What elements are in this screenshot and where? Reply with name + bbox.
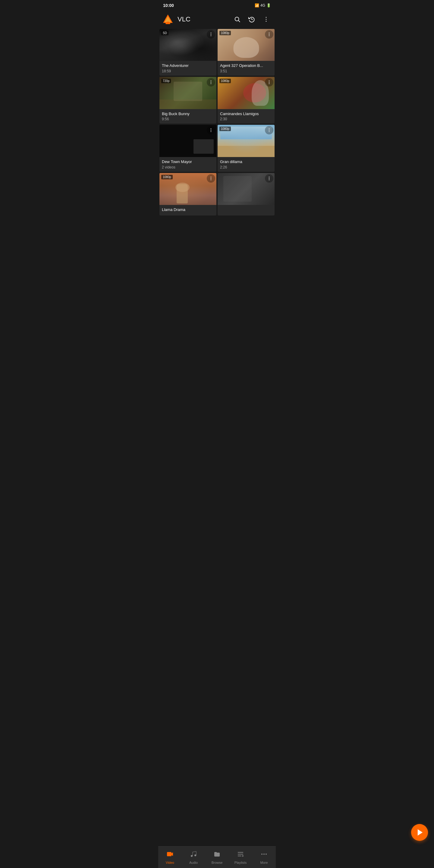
- svg-point-9: [211, 33, 211, 33]
- wifi-icon: 📶: [255, 3, 259, 7]
- history-button[interactable]: [246, 13, 258, 25]
- svg-point-4: [235, 17, 239, 21]
- nav-item-audio[interactable]: Audio: [182, 846, 205, 868]
- svg-point-23: [211, 131, 211, 132]
- svg-point-13: [269, 34, 270, 35]
- video-info-agent327: Agent 327 Operation B... 3:51: [218, 61, 275, 76]
- nav-item-browse[interactable]: Browse: [205, 846, 229, 868]
- video-info-caminandes: Caminandes Llamigos 2:30: [218, 109, 275, 124]
- video-info-bigbuckbunny: Big Buck Bunny 9:56: [159, 109, 216, 124]
- svg-point-14: [269, 35, 270, 36]
- nav-icon-browse: [213, 850, 221, 860]
- svg-point-6: [266, 17, 267, 18]
- svg-point-8: [266, 21, 267, 22]
- app-bar-actions: [231, 13, 272, 25]
- nav-label-playlists: Playlists: [235, 861, 247, 864]
- video-thumbnail-agent327: 1080p: [218, 29, 275, 61]
- nav-item-playlists[interactable]: Playlists: [229, 846, 252, 868]
- video-info-dewtown: Dew Town Mayor 2 videos: [159, 157, 216, 172]
- svg-point-42: [261, 854, 262, 855]
- video-badge-llama: 1080p: [161, 175, 173, 179]
- svg-point-7: [266, 19, 267, 20]
- video-card-unknown[interactable]: [218, 173, 275, 216]
- video-more-adventurer[interactable]: [207, 30, 215, 38]
- video-thumbnail-grandillama: 1080p: [218, 125, 275, 157]
- video-card-adventurer[interactable]: SD The Adventurer 18:59: [159, 29, 216, 76]
- nav-label-audio: Audio: [189, 861, 198, 864]
- svg-point-32: [269, 179, 270, 180]
- svg-point-43: [264, 854, 265, 855]
- video-meta-dewtown: 2 videos: [162, 165, 214, 169]
- video-card-agent327[interactable]: 1080p Agent 327 Operation B... 3:51: [218, 29, 275, 76]
- svg-point-16: [211, 82, 211, 83]
- video-title-dewtown: Dew Town Mayor: [162, 159, 214, 164]
- video-meta-grandillama: 2:26: [220, 165, 272, 169]
- svg-point-19: [269, 82, 270, 83]
- nav-item-more[interactable]: More: [252, 846, 276, 868]
- signal-label: 4G: [260, 3, 265, 7]
- svg-point-26: [269, 131, 270, 132]
- video-meta-adventurer: 18:59: [162, 69, 214, 73]
- svg-point-17: [211, 84, 211, 84]
- svg-point-30: [269, 177, 270, 177]
- video-more-grandillama[interactable]: [265, 126, 273, 134]
- nav-icon-video: [166, 850, 174, 860]
- video-info-unknown: [218, 205, 275, 210]
- video-badge-bigbuckbunny: 720p: [161, 79, 171, 83]
- nav-icon-more: [260, 850, 268, 860]
- video-more-agent327[interactable]: [265, 30, 273, 38]
- video-meta-bigbuckbunny: 9:56: [162, 117, 214, 121]
- video-more-caminandes[interactable]: [265, 78, 273, 87]
- video-card-grandillama[interactable]: 1080p Gran dillama 2:26: [218, 125, 275, 172]
- video-info-grandillama: Gran dillama 2:26: [218, 157, 275, 172]
- svg-point-24: [269, 129, 270, 129]
- svg-line-5: [239, 21, 240, 22]
- svg-rect-3: [165, 23, 170, 24]
- svg-point-37: [194, 855, 196, 856]
- video-badge-caminandes: 1080p: [219, 79, 231, 83]
- video-more-llama[interactable]: [207, 174, 215, 183]
- video-info-adventurer: The Adventurer 18:59: [159, 61, 216, 76]
- svg-point-15: [211, 81, 211, 81]
- svg-point-11: [211, 35, 211, 36]
- video-more-bigbuckbunny[interactable]: [207, 78, 215, 87]
- svg-marker-35: [172, 852, 173, 856]
- video-more-unknown[interactable]: [265, 174, 273, 183]
- svg-point-27: [211, 177, 211, 177]
- search-button[interactable]: [231, 13, 243, 25]
- video-title-bigbuckbunny: Big Buck Bunny: [162, 112, 214, 117]
- video-title-caminandes: Caminandes Llamigos: [220, 112, 272, 117]
- video-card-bigbuckbunny[interactable]: 720p Big Buck Bunny 9:56: [159, 77, 216, 124]
- status-bar: 10:00 📶 4G 🔋: [158, 0, 276, 11]
- nav-icon-playlists: [237, 850, 244, 860]
- video-badge-adventurer: SD: [161, 31, 168, 35]
- video-card-llama[interactable]: 1080p Llama Drama: [159, 173, 216, 216]
- vlc-logo: [162, 13, 174, 25]
- video-badge-grandillama: 1080p: [219, 127, 231, 131]
- nav-item-video[interactable]: Video: [158, 846, 182, 868]
- video-title-llama: Llama Drama: [162, 207, 214, 213]
- video-badge-agent327: 1080p: [219, 31, 231, 35]
- video-thumbnail-llama: 1080p: [159, 173, 216, 205]
- video-thumbnail-dewtown: [159, 125, 216, 157]
- svg-point-25: [269, 130, 270, 130]
- overflow-menu-button[interactable]: [260, 13, 272, 25]
- svg-point-10: [211, 34, 211, 35]
- svg-point-21: [211, 129, 211, 129]
- video-card-dewtown[interactable]: Dew Town Mayor 2 videos: [159, 125, 216, 172]
- video-title-adventurer: The Adventurer: [162, 63, 214, 68]
- battery-icon: 🔋: [267, 3, 271, 7]
- video-meta-caminandes: 2:30: [220, 117, 272, 121]
- svg-point-28: [211, 178, 211, 179]
- video-title-agent327: Agent 327 Operation B...: [220, 63, 272, 68]
- status-time: 10:00: [163, 3, 174, 8]
- app-title: VLC: [178, 16, 227, 23]
- svg-point-31: [269, 178, 270, 179]
- svg-point-44: [266, 854, 267, 855]
- nav-label-video: Video: [166, 861, 174, 864]
- status-icons: 📶 4G 🔋: [255, 3, 271, 7]
- svg-point-36: [191, 855, 193, 857]
- svg-point-18: [269, 81, 270, 81]
- video-card-caminandes[interactable]: 1080p Caminandes Llamigos 2:30: [218, 77, 275, 124]
- video-meta-agent327: 3:51: [220, 69, 272, 73]
